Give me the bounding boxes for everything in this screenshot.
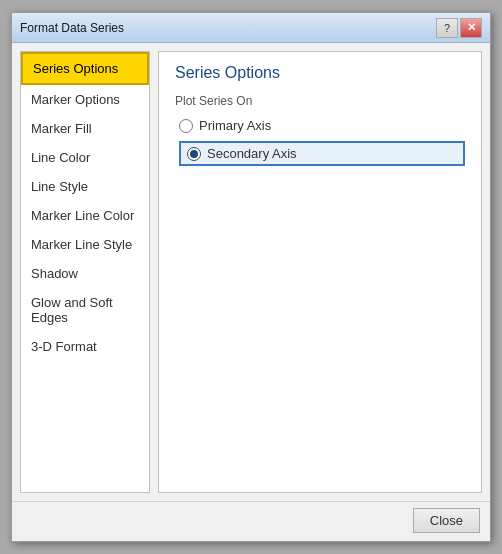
help-button[interactable]: ?	[436, 18, 458, 38]
radio-option-primary[interactable]: Primary Axis	[179, 118, 465, 133]
dialog-title: Format Data Series	[20, 21, 124, 35]
dialog-footer: Close	[12, 501, 490, 541]
radio-circle-secondary	[187, 147, 201, 161]
sidebar-item-marker-options[interactable]: Marker Options	[21, 85, 149, 114]
radio-group: Primary AxisSecondary Axis	[175, 118, 465, 166]
title-bar: Format Data Series ? ✕	[12, 13, 490, 43]
sidebar-item-marker-line-style[interactable]: Marker Line Style	[21, 230, 149, 259]
sidebar: Series OptionsMarker OptionsMarker FillL…	[20, 51, 150, 493]
sidebar-item-marker-line-color[interactable]: Marker Line Color	[21, 201, 149, 230]
radio-label-secondary: Secondary Axis	[207, 146, 297, 161]
sidebar-item-marker-fill[interactable]: Marker Fill	[21, 114, 149, 143]
title-close-button[interactable]: ✕	[460, 18, 482, 38]
sidebar-item-3d-format[interactable]: 3-D Format	[21, 332, 149, 361]
sidebar-item-shadow[interactable]: Shadow	[21, 259, 149, 288]
format-data-series-dialog: Format Data Series ? ✕ Series OptionsMar…	[11, 12, 491, 542]
content-area: Series Options Plot Series On Primary Ax…	[158, 51, 482, 493]
section-label: Plot Series On	[175, 94, 465, 108]
radio-label-primary: Primary Axis	[199, 118, 271, 133]
sidebar-item-line-color[interactable]: Line Color	[21, 143, 149, 172]
radio-option-secondary[interactable]: Secondary Axis	[179, 141, 465, 166]
content-title: Series Options	[175, 64, 465, 82]
dialog-body: Series OptionsMarker OptionsMarker FillL…	[12, 43, 490, 501]
sidebar-item-line-style[interactable]: Line Style	[21, 172, 149, 201]
sidebar-item-series-options[interactable]: Series Options	[21, 52, 149, 85]
title-bar-buttons: ? ✕	[436, 18, 482, 38]
radio-circle-primary	[179, 119, 193, 133]
close-button[interactable]: Close	[413, 508, 480, 533]
sidebar-item-glow-soft-edges[interactable]: Glow and Soft Edges	[21, 288, 149, 332]
